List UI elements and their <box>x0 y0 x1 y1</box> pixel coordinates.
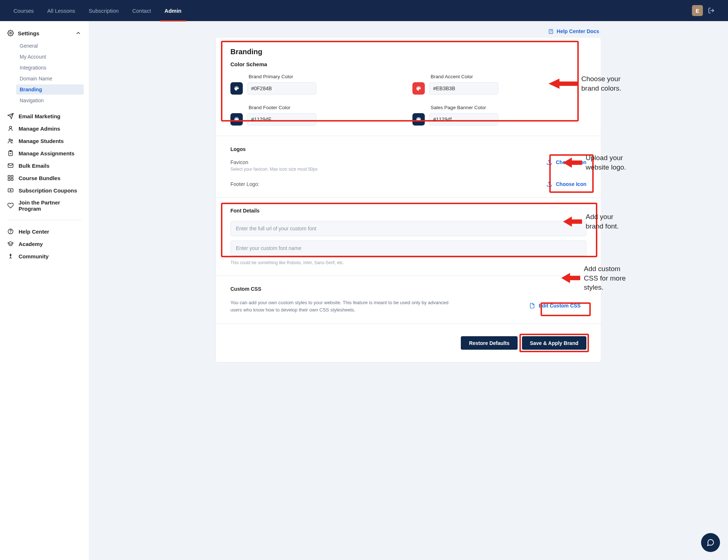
sidebar-manage-admins[interactable]: Manage Admins <box>5 122 84 135</box>
color-primary-input[interactable] <box>247 82 316 95</box>
schema-title: Color Schema <box>230 61 586 67</box>
choose-footer-logo-label: Choose Icon <box>556 181 586 187</box>
sidebar-help[interactable]: Help Center <box>5 225 84 238</box>
favicon-label: Favicon <box>230 159 317 165</box>
sidebar-integrations[interactable]: Integrations <box>16 63 84 73</box>
sidebar-item-label: Manage Students <box>19 138 64 144</box>
font-url-input[interactable] <box>230 221 586 236</box>
sidebar-bulk-emails[interactable]: Bulk Emails <box>5 159 84 172</box>
sidebar-item-label: Manage Admins <box>19 126 60 132</box>
sidebar-navigation[interactable]: Navigation <box>16 95 84 106</box>
svg-rect-11 <box>11 175 13 177</box>
sidebar-item-label: Course Bundles <box>19 175 60 181</box>
color-footer-label: Brand Footer Color <box>249 105 369 110</box>
nav-courses[interactable]: Courses <box>13 0 34 21</box>
css-title: Custom CSS <box>230 286 586 292</box>
sidebar-course-bundles[interactable]: Course Bundles <box>5 172 84 184</box>
sidebar-general[interactable]: General <box>16 41 84 51</box>
main: Help Center Docs Branding Color Schema B… <box>89 21 728 560</box>
font-title: Font Details <box>230 208 586 214</box>
sidebar-item-label: Help Center <box>19 229 49 235</box>
help-center-docs-link[interactable]: Help Center Docs <box>215 28 601 34</box>
palette-icon <box>416 86 422 91</box>
logout-icon[interactable] <box>708 7 715 14</box>
svg-rect-13 <box>11 179 13 180</box>
sidebar-email-marketing[interactable]: Email Marketing <box>5 110 84 122</box>
sidebar-item-label: Join the Partner Program <box>19 199 82 212</box>
favicon-hint: Select your favicon. Max icon size must … <box>230 167 317 172</box>
svg-point-6 <box>11 140 13 141</box>
font-name-input[interactable] <box>230 241 586 256</box>
palette-icon <box>234 116 240 122</box>
svg-rect-14 <box>8 189 13 192</box>
sidebar: Settings General My Account Integrations… <box>0 21 89 560</box>
sidebar-settings-header[interactable]: Settings <box>5 28 84 39</box>
choose-footer-logo-button[interactable]: Choose Icon <box>546 181 586 187</box>
nav-contact[interactable]: Contact <box>132 0 151 21</box>
sidebar-manage-assignments[interactable]: Manage Assignments <box>5 147 84 159</box>
logos-title: Logos <box>230 146 586 152</box>
swatch-sales[interactable] <box>412 113 425 126</box>
user-icon <box>7 125 14 132</box>
save-apply-button[interactable]: Save & Apply Brand <box>522 336 586 350</box>
color-accent-input[interactable] <box>429 82 498 95</box>
settings-card: Branding Color Schema Brand Primary Colo… <box>215 37 601 362</box>
sidebar-branding[interactable]: Branding <box>16 84 84 95</box>
sidebar-community[interactable]: Community <box>5 250 84 262</box>
sidebar-partner[interactable]: Join the Partner Program <box>5 196 84 215</box>
avatar[interactable]: E <box>692 5 703 16</box>
gear-icon <box>7 30 14 36</box>
color-accent-label: Brand Accent Color <box>431 74 551 79</box>
footer-logo-label: Footer Logo: <box>230 181 259 187</box>
color-sales: Sales Page Banner Color <box>412 105 551 126</box>
clipboard-icon <box>7 150 14 156</box>
sidebar-item-label: Subscription Coupons <box>19 187 77 194</box>
sidebar-item-label: Email Marketing <box>19 113 60 119</box>
sidebar-item-label: Community <box>19 253 49 259</box>
panel-branding: Branding Color Schema Brand Primary Colo… <box>216 37 601 136</box>
edit-css-button[interactable]: Edit Custom CSS <box>523 299 586 312</box>
sidebar-item-label: Bulk Emails <box>19 163 50 169</box>
sidebar-myaccount[interactable]: My Account <box>16 52 84 62</box>
sidebar-academy[interactable]: Academy <box>5 238 84 250</box>
mail-icon <box>7 162 14 169</box>
color-primary-label: Brand Primary Color <box>249 74 369 79</box>
send-icon <box>7 113 14 119</box>
nav-items: Courses All Lessons Subscription Contact… <box>13 0 182 21</box>
svg-rect-10 <box>8 175 10 177</box>
panel-font: Font Details This could be something lik… <box>216 198 601 276</box>
chevron-up-icon <box>75 30 82 36</box>
chat-fab[interactable] <box>701 533 720 552</box>
css-desc: You can add your own custom styles to yo… <box>230 299 449 313</box>
sidebar-domain[interactable]: Domain Name <box>16 74 84 84</box>
palette-icon <box>234 86 240 91</box>
restore-defaults-button[interactable]: Restore Defaults <box>461 336 517 350</box>
swatch-accent[interactable] <box>412 82 425 95</box>
color-footer-input[interactable] <box>247 113 316 126</box>
svg-point-17 <box>11 233 11 233</box>
heart-icon <box>7 202 14 209</box>
svg-point-4 <box>9 126 12 128</box>
nav-lessons[interactable]: All Lessons <box>47 0 75 21</box>
choose-favicon-button[interactable]: Choose Icon <box>546 159 586 165</box>
person-icon <box>7 253 14 259</box>
svg-point-15 <box>10 190 11 191</box>
help-link-label: Help Center Docs <box>557 28 599 34</box>
choose-favicon-label: Choose Icon <box>556 159 586 165</box>
upload-icon <box>546 181 552 187</box>
nav-admin[interactable]: Admin <box>165 0 182 21</box>
sidebar-coupons[interactable]: Subscription Coupons <box>5 184 84 196</box>
help-icon <box>7 228 14 235</box>
sidebar-item-label: Academy <box>19 241 43 247</box>
sidebar-manage-students[interactable]: Manage Students <box>5 135 84 147</box>
chat-icon <box>707 539 715 547</box>
swatch-primary[interactable] <box>230 82 243 95</box>
help-doc-icon <box>548 29 554 34</box>
grid-icon <box>7 175 14 181</box>
swatch-footer[interactable] <box>230 113 243 126</box>
svg-rect-12 <box>8 179 10 180</box>
color-sales-input[interactable] <box>429 113 498 126</box>
divider <box>7 220 82 220</box>
upload-icon <box>546 159 552 165</box>
nav-subscription[interactable]: Subscription <box>89 0 119 21</box>
